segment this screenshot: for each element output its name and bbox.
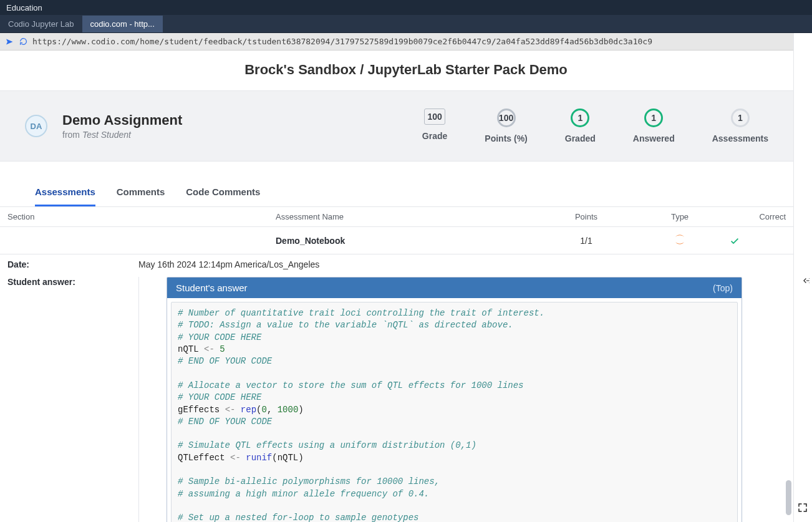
stat-answered-value: 1 <box>644 109 663 127</box>
assignment-from: from Test Student <box>62 130 407 140</box>
assessment-table-header: Section Assessment Name Points Type Corr… <box>0 207 812 227</box>
stat-grade-value: 100 <box>424 109 445 125</box>
fullscreen-icon[interactable] <box>796 501 810 515</box>
avatar: DA <box>25 115 47 137</box>
assignment-title: Demo Assignment <box>62 112 407 128</box>
window-titlebar: Education <box>0 0 812 15</box>
student-answer-label: Student answer: <box>7 277 75 522</box>
row-type <box>630 233 730 248</box>
row-points: 1/1 <box>543 236 630 246</box>
stat-grade-label: Grade <box>422 131 447 141</box>
code-block: # Number of quantitative trait loci cont… <box>171 302 738 522</box>
assignment-meta: Demo Assignment from Test Student <box>62 112 407 140</box>
breadcrumb: Brock's Sandbox / JupyterLab Starter Pac… <box>0 51 812 90</box>
stats-row: 100 Grade 100 Points (%) 1 Graded 1 Answ… <box>422 109 768 143</box>
check-icon <box>730 236 783 246</box>
url-bar: https://www.codio.com/home/student/feedb… <box>0 33 812 51</box>
url-text[interactable]: https://www.codio.com/home/student/feedb… <box>32 37 807 46</box>
stat-graded: 1 Graded <box>565 109 596 143</box>
date-label: Date: <box>7 259 138 269</box>
stat-assessments-label: Assessments <box>712 133 768 143</box>
tab-codio-jupyter-lab[interactable]: Codio Jupyter Lab <box>0 16 82 32</box>
tab-codio-site[interactable]: codio.com - http... <box>82 16 163 32</box>
detail-answer: Student answer: Student's answer (Top) #… <box>0 274 812 522</box>
col-section: Section <box>7 212 276 221</box>
stat-graded-label: Graded <box>565 133 596 143</box>
reload-icon[interactable] <box>19 37 27 46</box>
scrollbar-thumb[interactable] <box>786 480 791 515</box>
row-assessment-name: Demo_Notebook <box>276 236 543 246</box>
assignment-summary: DA Demo Assignment from Test Student 100… <box>0 90 812 162</box>
subtabs-wrap: Assessments Comments Code Comments <box>0 180 812 207</box>
date-value: May 16th 2024 12:14pm America/Los_Angele… <box>138 259 805 269</box>
detail-date: Date: May 16th 2024 12:14pm America/Los_… <box>0 254 812 274</box>
stat-answered-label: Answered <box>633 133 675 143</box>
table-row[interactable]: Demo_Notebook 1/1 <box>0 227 812 254</box>
page-content: Brock's Sandbox / JupyterLab Starter Pac… <box>0 51 812 522</box>
stat-assessments: 1 Assessments <box>712 109 768 143</box>
stat-points: 100 Points (%) <box>485 109 527 143</box>
stat-graded-value: 1 <box>571 109 589 127</box>
answer-panel-title: Student's answer <box>176 283 248 293</box>
answer-panel: Student's answer (Top) # Number of quant… <box>167 277 742 522</box>
window-title: Education <box>6 3 42 12</box>
right-gutter <box>793 33 812 522</box>
navigate-icon[interactable] <box>5 37 14 46</box>
from-prefix: from <box>62 130 82 140</box>
stat-assessments-value: 1 <box>731 109 750 127</box>
answer-panel-header: Student's answer (Top) <box>167 278 742 298</box>
tab-label: Codio Jupyter Lab <box>8 19 74 29</box>
stat-answered: 1 Answered <box>633 109 675 143</box>
top-link[interactable]: (Top) <box>713 283 733 293</box>
stat-points-value: 100 <box>497 109 516 127</box>
tab-code-comments[interactable]: Code Comments <box>186 180 260 206</box>
col-type: Type <box>630 212 730 221</box>
stat-grade: 100 Grade <box>422 109 447 143</box>
browser-tabstrip: Codio Jupyter Lab codio.com - http... <box>0 15 812 33</box>
student-name: Test Student <box>82 130 131 140</box>
scrollbar[interactable] <box>785 50 792 522</box>
tab-comments[interactable]: Comments <box>117 180 165 206</box>
col-points: Points <box>543 212 630 221</box>
collapse-panel-icon[interactable] <box>800 274 812 287</box>
tab-assessments[interactable]: Assessments <box>35 180 95 206</box>
col-name: Assessment Name <box>276 212 543 221</box>
tab-label: codio.com - http... <box>90 19 155 29</box>
stat-points-label: Points (%) <box>485 133 527 143</box>
jupyter-icon <box>674 233 686 246</box>
subtabs: Assessments Comments Code Comments <box>0 180 812 206</box>
